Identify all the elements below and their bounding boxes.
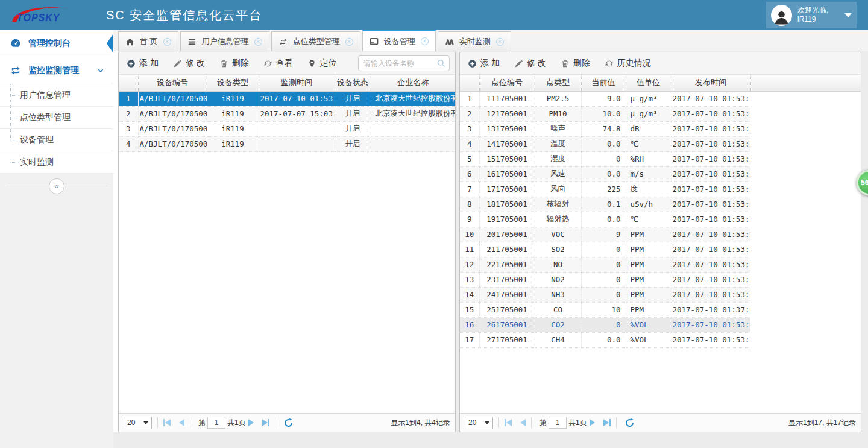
view-button[interactable]: 查看 (263, 58, 293, 69)
col-company-name[interactable]: 企业名称 (371, 75, 455, 91)
cell-point-code: 221705001 (479, 257, 535, 272)
cell-point-code: 151705001 (479, 151, 535, 166)
locate-button[interactable]: 定位 (307, 58, 337, 69)
monitor-table-row[interactable]: 17 271705001 CH4 0.0 %VOL 2017-07-10 01:… (460, 332, 861, 347)
first-page-button[interactable] (505, 419, 512, 426)
monitor-table-row[interactable]: 1 111705001 PM2.5 9.0 μ g/m³ 2017-07-10 … (460, 91, 861, 106)
col-device-type[interactable]: 设备类型 (207, 75, 259, 91)
edit-button[interactable]: 修 改 (514, 58, 546, 69)
delete-button-label: 删除 (573, 58, 590, 69)
history-button[interactable]: 历史情况 (605, 58, 651, 69)
cell-empty (750, 106, 861, 121)
monitor-table-row[interactable]: 3 131705001 噪声 74.8 dB 2017-07-10 01:53:… (460, 121, 861, 136)
sidebar-collapse-button[interactable]: « (49, 178, 64, 194)
sidebar-subitem[interactable]: 用户信息管理 (0, 84, 113, 107)
col-value-unit[interactable]: 值单位 (626, 75, 671, 91)
cell-empty (750, 272, 861, 287)
device-table-row[interactable]: 2 A/BJLT/0/1705002 iR119 2017-07-07 15:0… (119, 106, 455, 121)
refresh-icon (605, 59, 614, 68)
monitor-table-row[interactable]: 4 141705001 温度 0.0 ℃ 2017-07-10 01:53:22 (460, 136, 861, 151)
sidebar-subitem-label: 设备管理 (20, 134, 54, 145)
sidebar-item-monitoring-group[interactable]: 监控监测管理 (0, 57, 113, 84)
cell-point-code: 271705001 (479, 332, 535, 347)
cell-publish-time: 2017-07-10 01:53:22 (671, 317, 750, 332)
tab-label: 用户信息管理 (202, 36, 249, 47)
col-point-type[interactable]: 点类型 (535, 75, 581, 91)
add-button[interactable]: 添 加 (127, 58, 159, 69)
monitor-table-row[interactable]: 15 251705001 CO 10 PPM 2017-07-10 01:37:… (460, 302, 861, 317)
page-number-input[interactable] (207, 417, 225, 429)
col-device-code[interactable]: 设备编号 (138, 75, 207, 91)
first-page-button[interactable] (163, 419, 171, 426)
last-page-button[interactable] (262, 419, 269, 426)
monitor-table-row[interactable]: 14 241705001 NH3 0 PPM 2017-07-10 01:53:… (460, 287, 861, 302)
tab-device-management[interactable]: 设备管理 × (362, 30, 436, 51)
cell-point-type: CH4 (535, 332, 581, 347)
monitor-table-row[interactable]: 7 171705001 风向 225 度 2017-07-10 01:53:21 (460, 181, 861, 197)
edit-button-label: 修 改 (527, 58, 546, 69)
cell-point-type: 风向 (535, 181, 581, 197)
cell-rownum: 9 (460, 212, 479, 227)
page-size-select[interactable]: 20 (465, 417, 493, 429)
edit-button[interactable]: 修 改 (173, 58, 205, 69)
sidebar-subitem[interactable]: 点位类型管理 (0, 107, 113, 129)
sidebar-subitem[interactable]: 设备管理 (0, 129, 113, 151)
col-device-status[interactable]: 设备状态 (335, 75, 371, 91)
monitor-table-row[interactable]: 2 121705001 PM10 10.0 μ g/m³ 2017-07-10 … (460, 106, 861, 121)
prev-page-button[interactable] (179, 419, 184, 426)
page-size-select[interactable]: 20 (124, 417, 152, 429)
col-current-value[interactable]: 当前值 (581, 75, 626, 91)
monitor-table-row[interactable]: 16 261705001 CO2 0 %VOL 2017-07-10 01:53… (460, 317, 861, 332)
next-page-button[interactable] (248, 419, 254, 426)
delete-button[interactable]: 删除 (219, 58, 249, 69)
cell-point-type: CO2 (535, 317, 581, 332)
next-page-button[interactable] (590, 419, 595, 426)
col-publish-time[interactable]: 发布时间 (671, 75, 750, 91)
reload-icon[interactable] (283, 418, 294, 428)
tab-realtime-monitor[interactable]: 实时监测 × (438, 31, 511, 51)
cell-rownum: 2 (460, 106, 479, 121)
close-icon[interactable]: × (254, 38, 262, 46)
close-icon[interactable]: × (421, 37, 429, 45)
monitor-table-row[interactable]: 6 161705001 风速 0.0 m/s 2017-07-10 01:53:… (460, 166, 861, 181)
sidebar-subitem[interactable]: 实时监测 (0, 151, 113, 174)
cell-empty (750, 302, 861, 317)
device-table-row[interactable]: 3 A/BJLT/0/1705003 iR119 开启 (119, 121, 455, 136)
col-point-code[interactable]: 点位编号 (479, 75, 535, 91)
cell-point-type: VOC (535, 227, 581, 242)
tab-user-info[interactable]: 用户信息管理 × (180, 31, 269, 51)
device-table-row[interactable]: 4 A/BJLT/0/1705004 iR119 开启 (119, 136, 455, 151)
device-table-row[interactable]: 1 A/BJLT/0/1705001 iR119 2017-07-10 01:5… (119, 91, 455, 106)
monitor-table-row[interactable]: 11 211705001 SO2 0 PPM 2017-07-10 01:53:… (460, 242, 861, 257)
divider (157, 417, 158, 428)
search-icon[interactable] (436, 58, 446, 68)
monitor-table-header: 点位编号 点类型 当前值 值单位 发布时间 (460, 75, 861, 91)
monitor-table-row[interactable]: 9 191705001 辐射热 0.0 ℃ 2017-07-10 01:53:2… (460, 212, 861, 227)
monitor-table-row[interactable]: 8 181705001 核辐射 0.1 uSv/h 2017-07-10 01:… (460, 197, 861, 212)
cell-value-unit: μ g/m³ (626, 91, 671, 106)
cell-current-value: 0 (581, 242, 626, 257)
monitor-table-row[interactable]: 12 221705001 NO 0 PPM 2017-07-10 01:53:2… (460, 257, 861, 272)
sidebar-item-dashboard[interactable]: 管理控制台 (0, 30, 113, 57)
monitor-table-row[interactable]: 10 201705001 VOC 9 PPM 2017-07-10 01:53:… (460, 227, 861, 242)
last-page-button[interactable] (603, 419, 611, 426)
user-menu[interactable]: 欢迎光临, iR119 (766, 2, 857, 28)
cell-rownum: 16 (460, 317, 479, 332)
close-icon[interactable]: × (345, 38, 353, 46)
close-icon[interactable]: × (496, 38, 504, 46)
chevron-down-icon[interactable] (844, 13, 852, 17)
add-button[interactable]: 添 加 (468, 58, 500, 69)
cell-value-unit: %VOL (626, 317, 671, 332)
prev-page-button[interactable] (520, 419, 526, 426)
tab-point-type[interactable]: 点位类型管理 × (271, 31, 360, 51)
tab-home[interactable]: 首 页 × (118, 31, 178, 51)
cell-point-type: NO2 (535, 272, 581, 287)
dashboard-icon (10, 38, 21, 49)
monitor-table-row[interactable]: 13 231705001 NO2 0 PPM 2017-07-10 01:53:… (460, 272, 861, 287)
monitor-table-row[interactable]: 5 151705001 湿度 0 %RH 2017-07-10 01:53:22 (460, 151, 861, 166)
close-icon[interactable]: × (163, 38, 171, 46)
page-number-input[interactable] (549, 417, 567, 429)
col-monitor-time[interactable]: 监测时间 (259, 75, 335, 91)
delete-button[interactable]: 删除 (561, 58, 590, 69)
reload-icon[interactable] (624, 418, 635, 428)
